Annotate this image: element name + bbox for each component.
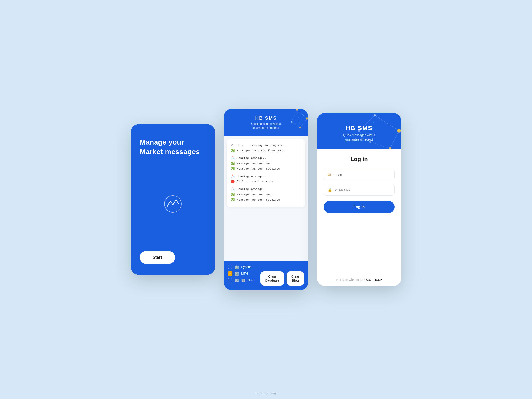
carrier-both-row: 🏢 🏢 Both — [228, 278, 254, 282]
check-icon-4: ✅ — [231, 192, 234, 196]
log-entry-3: 📩 Sending message.. — [231, 156, 301, 160]
log-entry-1: ⟳ Server checking in progress.. — [231, 143, 301, 147]
phone3-subtitle: Quick messages with a guarantee of recei… — [321, 133, 397, 142]
phone2-header: HB SMS Quick messages with a guarantee o… — [224, 109, 308, 136]
carrier-icon-syriatel: 🏢 — [234, 265, 239, 269]
get-help-link[interactable]: GET HELP — [367, 278, 382, 282]
syriatel-label: Syriatel — [241, 265, 252, 269]
svg-point-19 — [389, 147, 392, 149]
svg-point-17 — [397, 129, 401, 133]
check-icon-3: ✅ — [231, 167, 234, 171]
carrier-mtn-row: 🏢 MTN — [228, 271, 254, 276]
svg-point-6 — [296, 109, 298, 111]
login-title: Log in — [324, 156, 395, 163]
phone1: Manage your Market messages Start — [131, 124, 215, 275]
mtn-label: MTN — [241, 272, 248, 275]
login-button[interactable]: Log in — [324, 201, 395, 213]
loading-icon: ⟳ — [231, 143, 234, 147]
help-text: Not sure what to do? — [336, 278, 365, 282]
phone2-body: ⟳ Server checking in progress.. ✅ Messag… — [224, 136, 308, 261]
log-entry-4: ✅ Message has been sent — [231, 161, 301, 165]
check-icon-2: ✅ — [231, 161, 234, 165]
log-entry-8: 📩 Sending message.. — [231, 187, 301, 191]
phone3-title: HB SMS — [321, 125, 397, 132]
phone3: HB SMS Quick messages with a guarantee o… — [317, 113, 401, 286]
svg-point-7 — [306, 117, 308, 120]
email-input[interactable] — [333, 173, 391, 177]
check-icon-5: ✅ — [231, 198, 234, 202]
log-card: ⟳ Server checking in progress.. ✅ Messag… — [227, 139, 305, 207]
password-input-group: 🔒 — [324, 184, 395, 196]
carrier-checkboxes: 🏢 Syriatel 🏢 MTN 🏢 🏢 Both — [228, 265, 254, 282]
phone3-header: HB SMS Quick messages with a guarantee o… — [317, 113, 401, 149]
syriatel-checkbox[interactable] — [228, 265, 232, 269]
both-checkbox[interactable] — [228, 278, 232, 282]
phone1-title: Manage your Market messages — [140, 137, 206, 157]
help-row: Not sure what to do? GET HELP — [324, 273, 395, 282]
clear-database-button[interactable]: Clear Database — [260, 271, 284, 285]
email-input-group: ✉ — [324, 169, 395, 180]
check-icon-1: ✅ — [231, 149, 234, 152]
clear-blog-button[interactable]: Clear Blog — [287, 271, 304, 285]
svg-line-12 — [370, 142, 390, 149]
carrier-icon-both: 🏢 — [234, 278, 239, 282]
mtn-checkbox[interactable] — [228, 271, 232, 276]
lock-icon: 🔒 — [327, 187, 332, 192]
log-entry-7: 🔴 Faile to send message — [231, 180, 301, 184]
log-entry-9: ✅ Message has been sent — [231, 192, 301, 196]
phone2: HB SMS Quick messages with a guarantee o… — [224, 109, 308, 290]
error-icon: 🔴 — [231, 180, 234, 184]
log-entry-5: ✅ Message has been received — [231, 167, 301, 171]
email-icon: ✉ — [327, 172, 331, 177]
phone2-subtitle: Quick messages with a guarantee of recei… — [228, 122, 304, 130]
log-entry-10: ✅ Message has been received — [231, 198, 301, 202]
logo-icon — [140, 195, 206, 213]
watermark: mostaql.com — [256, 392, 276, 395]
phone2-title: HB SMS — [228, 115, 304, 121]
send-icon-2: 📩 — [231, 174, 234, 178]
password-input[interactable] — [335, 188, 391, 192]
start-button[interactable]: Start — [140, 251, 175, 264]
svg-point-18 — [374, 114, 376, 116]
both-label: Both — [248, 279, 254, 282]
carrier-syriatel-row: 🏢 Syriatel — [228, 265, 254, 269]
carrier-icon-both2: 🏢 — [241, 278, 246, 282]
log-entry-2: ✅ Messages received from server — [231, 149, 301, 152]
footer-action-buttons: Clear Database Clear Blog — [260, 271, 304, 285]
phone2-footer: 🏢 Syriatel 🏢 MTN 🏢 🏢 Both Clear Database — [224, 261, 308, 290]
phone3-body: Log in ✉ 🔒 Log in Not sure what to do? G… — [317, 149, 401, 286]
send-icon-3: 📩 — [231, 187, 234, 191]
log-entry-6: 📩 Sending message.. — [231, 174, 301, 178]
carrier-icon-mtn: 🏢 — [234, 272, 239, 276]
send-icon-1: 📩 — [231, 156, 234, 160]
